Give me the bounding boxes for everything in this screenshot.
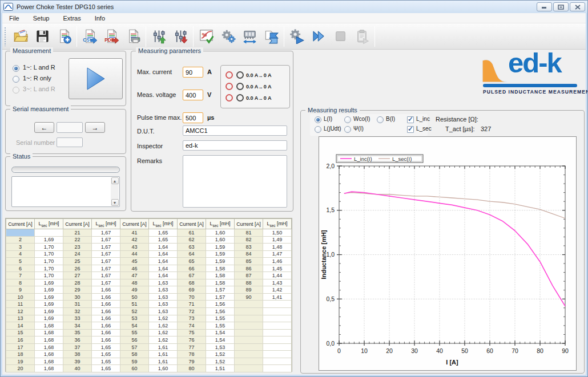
start-button[interactable]	[308, 25, 329, 48]
current-cell[interactable]: 23	[63, 244, 92, 251]
radio-l-of-i[interactable]	[315, 116, 321, 123]
current-cell[interactable]: 11	[6, 301, 35, 308]
current-cell[interactable]: 44	[120, 250, 149, 258]
current-cell[interactable]: 88	[235, 279, 263, 286]
radio-l-of-integral-udt[interactable]	[315, 126, 321, 133]
load-parameters-button[interactable]	[148, 25, 170, 48]
lsec-cell[interactable]	[263, 337, 292, 344]
current-cell[interactable]: 69	[178, 286, 206, 294]
serial-prev-button[interactable]: ←	[34, 122, 54, 133]
lsec-cell[interactable]: 1,60	[206, 236, 235, 244]
current-cell[interactable]: 46	[120, 265, 149, 272]
current-cell[interactable]	[235, 301, 263, 308]
current-cell[interactable]: 80	[178, 365, 206, 372]
current-cell[interactable]: 4	[6, 250, 35, 258]
current-cell[interactable]: 49	[120, 286, 149, 294]
lsec-cell[interactable]: 1,58	[206, 265, 235, 272]
lsec-cell[interactable]: 1,50	[263, 229, 292, 237]
export-csv-button[interactable]: CSV	[79, 25, 100, 48]
lsec-cell[interactable]: 1,67	[92, 265, 120, 272]
lsec-cell[interactable]: 1,69	[35, 315, 63, 322]
current-cell[interactable]: 90	[235, 293, 263, 301]
current-cell[interactable]: 22	[63, 236, 92, 244]
lsec-cell[interactable]: 1,63	[149, 279, 178, 286]
current-cell[interactable]: 27	[63, 272, 92, 279]
current-cell[interactable]: 2	[6, 236, 35, 244]
lsec-cell[interactable]: 1,70	[35, 265, 63, 272]
current-cell[interactable]: 33	[63, 315, 92, 322]
lsec-cell[interactable]	[263, 358, 292, 365]
current-cell[interactable]: 36	[63, 337, 92, 344]
current-cell[interactable]: 12	[6, 308, 35, 315]
current-cell[interactable]: 38	[63, 351, 92, 358]
current-cell[interactable]: 6	[6, 265, 35, 272]
lsec-cell[interactable]: 1,67	[92, 236, 120, 244]
lsec-cell[interactable]: 1,59	[206, 244, 235, 251]
lsec-cell[interactable]: 1,68	[35, 351, 63, 358]
lsec-cell[interactable]: 1,68	[35, 358, 63, 365]
lsec-cell[interactable]: 1,51	[206, 365, 235, 372]
current-cell[interactable]: 17	[6, 343, 35, 351]
print-button[interactable]	[122, 25, 144, 48]
lsec-cell[interactable]: 1,61	[149, 351, 178, 358]
lsec-cell[interactable]: 1,69	[35, 293, 63, 301]
lsec-cell[interactable]	[263, 322, 292, 330]
lsec-cell[interactable]	[263, 315, 292, 322]
current-cell[interactable]: 82	[235, 236, 263, 244]
lsec-cell[interactable]	[263, 365, 292, 372]
current-cell[interactable]: 3	[6, 244, 35, 251]
current-cell[interactable]: 16	[6, 337, 35, 344]
save-button[interactable]	[31, 25, 53, 48]
lsec-cell[interactable]: 1,61	[149, 343, 178, 351]
lsec-cell[interactable]: 1,64	[149, 272, 178, 279]
lsec-cell[interactable]: 1,65	[149, 229, 178, 237]
current-cell[interactable]: 79	[178, 358, 206, 365]
lsec-cell[interactable]: 1,58	[206, 279, 235, 286]
lsec-cell[interactable]: 1,65	[92, 365, 120, 372]
current-cell[interactable]	[235, 365, 263, 372]
lsec-cell[interactable]: 1,59	[206, 250, 235, 258]
menu-info[interactable]: Info	[88, 14, 112, 23]
current-cell[interactable]: 13	[6, 315, 35, 322]
lsec-cell[interactable]: 1,44	[263, 272, 292, 279]
lsec-cell[interactable]: 1,43	[263, 279, 292, 286]
current-cell[interactable]: 74	[178, 322, 206, 330]
current-cell[interactable]: 58	[120, 351, 149, 358]
pulse-time-input[interactable]	[183, 112, 203, 123]
lsec-cell[interactable]: 1,66	[92, 315, 120, 322]
lsec-cell[interactable]: 1,42	[263, 286, 292, 294]
dut-input[interactable]	[183, 125, 287, 136]
lsec-cell[interactable]: 1,46	[263, 258, 292, 265]
current-cell[interactable]: 50	[120, 293, 149, 301]
current-cell[interactable]: 60	[120, 365, 149, 372]
inspector-input[interactable]	[183, 140, 287, 151]
current-cell[interactable]: 14	[6, 322, 35, 330]
current-cell[interactable]: 37	[63, 343, 92, 351]
scroll-up-icon[interactable]: ▲	[111, 177, 119, 184]
current-cell[interactable]: 41	[120, 229, 149, 237]
current-cell[interactable]: 72	[178, 308, 206, 315]
current-cell[interactable]: 89	[235, 286, 263, 294]
lsec-cell[interactable]: 1,47	[263, 250, 292, 258]
lsec-cell[interactable]	[263, 308, 292, 315]
lsec-cell[interactable]: 1,66	[92, 337, 120, 344]
radio-wco-of-i[interactable]	[344, 116, 351, 123]
current-cell[interactable]: 35	[63, 329, 92, 337]
lsec-cell[interactable]: 1,59	[206, 258, 235, 265]
close-button[interactable]	[570, 2, 585, 11]
new-document-button[interactable]	[53, 25, 75, 48]
current-cell[interactable]: 67	[178, 272, 206, 279]
lsec-cell[interactable]: 1,54	[206, 329, 235, 337]
current-cell[interactable]	[235, 322, 263, 330]
current-cell[interactable]: 76	[178, 337, 206, 344]
minimize-button[interactable]	[537, 2, 552, 11]
lsec-cell[interactable]: 1,52	[206, 351, 235, 358]
current-cell[interactable]: 30	[63, 293, 92, 301]
status-log-box[interactable]: ▲ ▼	[11, 176, 120, 207]
lsec-cell[interactable]: 1,63	[149, 308, 178, 315]
lsec-cell[interactable]: 1,66	[92, 286, 120, 294]
lsec-cell[interactable]: 1,60	[149, 365, 178, 372]
lsec-cell[interactable]: 1,57	[206, 286, 235, 294]
current-cell[interactable]: 68	[178, 279, 206, 286]
current-cell[interactable]: 73	[178, 315, 206, 322]
